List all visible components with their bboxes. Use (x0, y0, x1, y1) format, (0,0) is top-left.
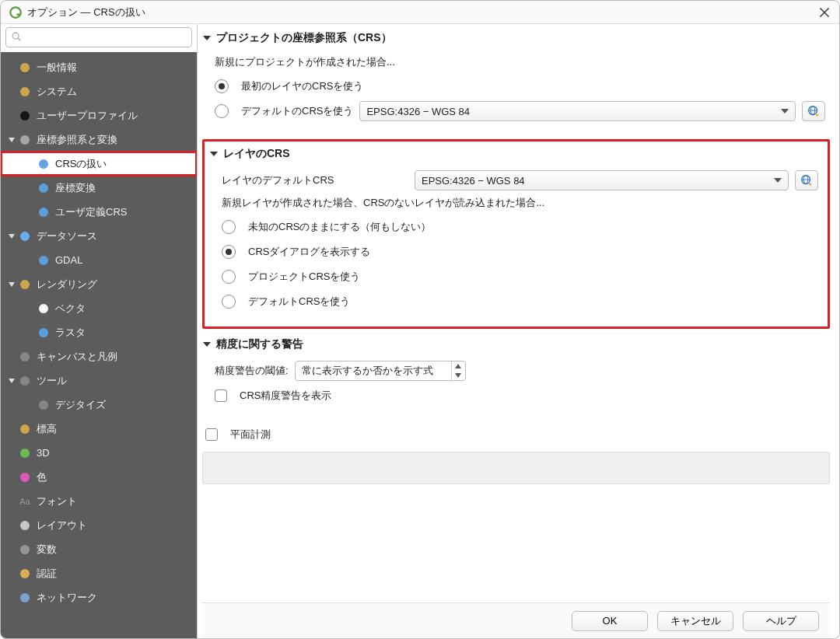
checkbox-label: 平面計測 (230, 428, 271, 442)
checkbox-show-accuracy-warnings[interactable] (215, 389, 227, 402)
sidebar-item-16[interactable]: 3D (1, 441, 197, 465)
ok-button[interactable]: OK (572, 611, 648, 631)
chevron-down-icon (209, 149, 219, 159)
group-title: レイヤのCRS (223, 147, 290, 161)
sidebar-item-3[interactable]: 座標参照系と変換 (1, 127, 197, 152)
search-input[interactable] (25, 31, 187, 44)
sidebar-item-1[interactable]: システム (1, 79, 197, 103)
radio-use-default-crs[interactable] (222, 295, 236, 309)
sidebar-item-10[interactable]: ベクタ (1, 296, 197, 320)
sidebar-item-0[interactable]: 一般情報 (1, 55, 197, 79)
svg-point-19 (39, 304, 48, 313)
empty-panel (202, 452, 830, 484)
tree-expander-icon[interactable] (5, 136, 18, 144)
checkbox-row-planimetric[interactable]: 平面計測 (202, 422, 830, 447)
crs-picker-button[interactable] (795, 170, 818, 190)
qgis-icon (9, 5, 23, 19)
radio-row-leave[interactable]: 未知のCRSのままにする（何もしない） (222, 215, 818, 239)
svg-point-28 (20, 521, 30, 530)
chevron-down-icon (202, 340, 212, 349)
radio-prompt-crs[interactable] (222, 245, 236, 259)
tree-item-icon (18, 543, 32, 557)
sidebar-item-2[interactable]: ユーザープロファイル (1, 103, 197, 127)
radio-row-project[interactable]: プロジェクトCRSを使う (222, 264, 818, 289)
tree-item-icon (18, 229, 32, 243)
tree-item-label: 3D (37, 447, 50, 459)
tree-expander-icon[interactable] (5, 281, 18, 288)
help-button[interactable]: ヘルプ (743, 611, 819, 631)
combo-project-default-crs[interactable]: EPSG:4326 − WGS 84 (359, 101, 796, 121)
radio-default-crs[interactable] (215, 104, 229, 118)
tree-item-icon (18, 374, 32, 388)
svg-marker-37 (815, 113, 819, 117)
sidebar-item-21[interactable]: 認証 (1, 561, 197, 585)
tree-item-icon (18, 109, 32, 123)
radio-row-first-layer[interactable]: 最初のレイヤのCRSを使う (215, 74, 825, 99)
tree-item-icon (18, 61, 32, 75)
sidebar-item-4[interactable]: CRSの扱い (1, 152, 197, 176)
svg-marker-17 (9, 282, 15, 287)
cancel-button[interactable]: キャンセル (657, 611, 733, 631)
svg-point-11 (39, 159, 48, 169)
sidebar-item-7[interactable]: データソース (1, 224, 197, 248)
sidebar-item-17[interactable]: 色 (1, 465, 197, 489)
radio-use-project-crs[interactable] (222, 270, 236, 284)
tree-item-label: 色 (37, 470, 47, 484)
close-icon[interactable] (817, 5, 831, 19)
accuracy-threshold-label: 精度警告の閾値: (215, 364, 289, 378)
tree-item-icon (18, 350, 32, 364)
radio-label: プロジェクトCRSを使う (248, 270, 360, 284)
dialog-footer: OK キャンセル ヘルプ (202, 602, 830, 638)
svg-point-26 (20, 449, 30, 458)
radio-row-default[interactable]: デフォルトCRSを使う (222, 289, 818, 314)
highlight-layer-crs: レイヤのCRS レイヤのデフォルトCRS EPSG:4326 − WGS 84 (202, 139, 830, 329)
svg-point-13 (39, 208, 48, 217)
tree-item-label: 認証 (37, 567, 57, 581)
tree-item-icon (37, 181, 51, 195)
sidebar-item-19[interactable]: レイアウト (1, 513, 197, 537)
radio-row-default-crs[interactable]: デフォルトのCRSを使う EPSG:4326 − WGS 84 (215, 99, 825, 124)
sidebar-item-22[interactable]: ネットワーク (1, 585, 197, 609)
svg-point-15 (20, 232, 30, 241)
spinner-up[interactable] (452, 361, 465, 371)
sidebar-item-20[interactable]: 変数 (1, 537, 197, 561)
checkbox-row-show-accuracy[interactable]: CRS精度警告を表示 (215, 383, 825, 408)
radio-label: デフォルトのCRSを使う (241, 104, 353, 118)
combo-layer-default-crs[interactable]: EPSG:4326 − WGS 84 (415, 170, 789, 190)
search-icon (11, 31, 25, 44)
svg-marker-33 (781, 109, 789, 113)
sidebar-item-18[interactable]: Aaフォント (1, 489, 197, 513)
sidebar-item-8[interactable]: GDAL (1, 248, 197, 272)
tree-item-icon (18, 519, 32, 532)
radio-label: デフォルトCRSを使う (248, 295, 350, 309)
sidebar-item-15[interactable]: 標高 (1, 417, 197, 441)
tree-item-label: ツール (37, 374, 67, 388)
radio-leave-unknown[interactable] (222, 220, 236, 234)
checkbox-planimetric[interactable] (205, 428, 218, 441)
svg-line-5 (18, 38, 20, 40)
group-accuracy: 精度に関する警告 精度警告の閾値: 常に表示するか否かを示す式 (202, 335, 830, 416)
group-header-project-crs[interactable]: プロジェクトの座標参照系（CRS） (202, 29, 830, 47)
crs-picker-button[interactable] (802, 101, 825, 121)
group-header-layer-crs[interactable]: レイヤのCRS (209, 145, 823, 163)
tree-expander-icon[interactable] (5, 377, 18, 385)
sidebar-item-12[interactable]: キャンバスと凡例 (1, 344, 197, 368)
svg-point-27 (20, 473, 30, 482)
accuracy-threshold-spinner[interactable]: 常に表示するか否かを示す式 (295, 361, 466, 381)
radio-first-layer-crs[interactable] (215, 79, 229, 93)
sidebar-item-6[interactable]: ユーザ定義CRS (1, 200, 197, 224)
radio-row-prompt[interactable]: CRSダイアログを表示する (222, 239, 818, 264)
tree-expander-icon[interactable] (5, 232, 18, 240)
group-header-accuracy[interactable]: 精度に関する警告 (202, 335, 830, 354)
svg-point-8 (20, 111, 30, 120)
sidebar-item-11[interactable]: ラスタ (1, 320, 197, 344)
tree-item-label: データソース (37, 229, 97, 243)
options-tree[interactable]: 一般情報システムユーザープロファイル座標参照系と変換CRSの扱い座標変換ユーザ定… (1, 52, 197, 638)
sidebar-item-5[interactable]: 座標変換 (1, 176, 197, 200)
sidebar-item-13[interactable]: ツール (1, 368, 197, 393)
tree-item-icon (18, 85, 32, 99)
svg-marker-43 (808, 183, 812, 187)
sidebar-item-9[interactable]: レンダリング (1, 272, 197, 296)
sidebar-item-14[interactable]: デジタイズ (1, 393, 197, 417)
spinner-down[interactable] (452, 371, 465, 380)
